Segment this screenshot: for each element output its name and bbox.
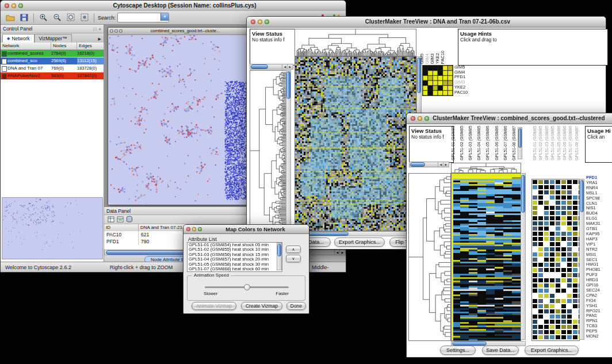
settings-button[interactable]: Settings... <box>440 346 476 355</box>
gene-label[interactable]: MON2 <box>586 334 612 339</box>
cytoscape-titlebar[interactable]: Cytoscape Desktop (Session Name: collins… <box>1 1 346 12</box>
col-nodes[interactable]: Nodes <box>51 43 77 49</box>
zoom-out-icon[interactable] <box>50 12 64 24</box>
treeview-combined-titlebar[interactable]: ClusterMaker TreeView : combined_scores_… <box>407 113 612 124</box>
column-label[interactable]: GIM4 <box>424 53 430 64</box>
network-view-titlebar[interactable]: combined_scores_good.txt--cluste... <box>108 28 250 35</box>
column-label[interactable]: GPL51-04 (GSM857 <box>477 126 481 160</box>
zoom-in-icon[interactable] <box>36 12 50 24</box>
float-panel-icon[interactable]: □ <box>93 26 96 32</box>
move-up-button[interactable]: ∧ <box>286 246 301 253</box>
minimize-button[interactable] <box>12 3 16 8</box>
row-dendrogram-canvas[interactable] <box>250 70 286 231</box>
close-button[interactable] <box>251 20 255 24</box>
select-attributes-icon[interactable] <box>108 214 114 225</box>
network-list-row[interactable]: combined_scores2764(0)16218(0) <box>1 50 104 58</box>
col-edges[interactable]: Edges <box>77 43 104 49</box>
zoom-button[interactable] <box>18 3 23 8</box>
zoom-button[interactable] <box>198 227 202 231</box>
minimize-button[interactable] <box>418 116 422 121</box>
tab-overflow-icon[interactable]: ▶ <box>98 37 104 43</box>
network-list-row[interactable]: RNAPuberNov2563(0)107847(0) <box>1 72 104 80</box>
column-label[interactable]: GPL51-01 (GSM854 <box>451 126 455 160</box>
search-combobox[interactable]: ▼ <box>117 13 169 22</box>
column-label[interactable]: YKE2 <box>435 53 440 64</box>
scroll-thumb[interactable] <box>518 128 522 148</box>
heatmap-vscrollbar[interactable] <box>521 173 526 340</box>
scroll-right-icon[interactable]: ▶ <box>339 250 345 255</box>
column-label[interactable]: GPL51-07 (GSM868 <box>503 126 507 160</box>
close-button[interactable] <box>5 3 9 8</box>
network-list-row[interactable]: combined_sco2569(6)13112(15) <box>1 58 104 65</box>
minimize-button[interactable] <box>258 20 262 24</box>
treeview-dna-titlebar[interactable]: ClusterMaker TreeView : DNA and Tran 07-… <box>247 17 606 28</box>
scroll-thumb[interactable] <box>251 64 268 69</box>
tab-network[interactable]: ◆ Network <box>2 34 35 43</box>
column-dendrogram-canvas[interactable] <box>451 163 521 173</box>
scroll-thumb[interactable] <box>410 162 425 167</box>
save-icon[interactable] <box>17 12 31 24</box>
column-label[interactable]: GPL51-02 (GSM855 <box>538 126 542 160</box>
column-label[interactable]: GPL51-05 (GSM865 <box>557 126 561 160</box>
zoom-selected-icon[interactable] <box>78 12 91 24</box>
network-graph-canvas[interactable] <box>108 35 248 204</box>
scroll-right-icon[interactable]: ▶ <box>287 64 293 69</box>
mini-hscrollbar[interactable]: ◀ ▶ <box>409 162 449 167</box>
column-label[interactable]: GPL51-01 (GSM854 <box>533 126 537 160</box>
column-label[interactable]: GPL51-08 (GSM87 <box>575 126 579 160</box>
col-network[interactable]: Network <box>1 43 51 49</box>
create-attribute-icon[interactable] <box>117 214 124 225</box>
scroll-thumb[interactable] <box>286 71 290 99</box>
zoom-button[interactable] <box>424 116 429 121</box>
column-label[interactable]: GPL51-05 (GSM865 <box>485 126 489 160</box>
network-list-row[interactable]: DNA and Tran 07769(0)183728(0) <box>1 65 104 72</box>
column-label[interactable]: PAC10 <box>440 51 445 64</box>
attribute-item[interactable]: GPL51-07 (GSM868) heat shock 60 min <box>188 267 282 271</box>
heatmap-canvas[interactable] <box>451 173 521 341</box>
minimize-button[interactable] <box>114 29 118 33</box>
scroll-thumb[interactable] <box>580 180 584 212</box>
top-vscrollbar[interactable] <box>518 127 522 159</box>
move-down-button[interactable]: ∨ <box>286 255 301 262</box>
minimize-button[interactable] <box>192 227 196 231</box>
search-dropdown-icon[interactable]: ▼ <box>160 13 169 21</box>
secondary-heatmap-canvas[interactable] <box>531 179 580 341</box>
scroll-thumb[interactable] <box>452 342 487 346</box>
dialog-titlebar[interactable]: Map Colors to Network <box>183 225 309 234</box>
column-label[interactable]: GPL51-06 (GSM866 <box>495 126 499 160</box>
create-vizmap-button[interactable]: Create Vizmap <box>241 302 282 310</box>
column-label[interactable]: GPL51-06 (GSM866 <box>563 126 567 160</box>
column-label[interactable]: GPL51-02 (GSM855 <box>460 126 464 160</box>
heatmap-canvas[interactable] <box>294 56 416 231</box>
export-graphics-button[interactable]: Export Graphics... <box>525 346 579 355</box>
scroll-right-icon[interactable]: ▶ <box>443 162 449 167</box>
column-dendrogram-canvas[interactable] <box>294 29 416 56</box>
dendrogram-vscrollbar[interactable] <box>286 70 291 230</box>
attribute-db-icon[interactable] <box>126 214 133 225</box>
close-button[interactable] <box>411 116 415 121</box>
save-data-button[interactable]: Save Data... <box>482 346 519 355</box>
list-vscrollbar[interactable] <box>277 243 282 270</box>
zoom-button[interactable] <box>119 29 123 33</box>
open-folder-icon[interactable] <box>3 12 17 24</box>
column-label[interactable]: GPL51-04 (GSM857 <box>550 126 554 160</box>
zoom-fit-icon[interactable] <box>64 12 78 24</box>
column-label[interactable]: GPL51-03 (GSM856 <box>468 126 472 160</box>
summary-label[interactable]: PAC10 <box>454 90 477 95</box>
close-panel-icon[interactable]: × <box>98 26 101 32</box>
row-dendrogram-canvas[interactable] <box>408 173 451 341</box>
done-button[interactable]: Done <box>286 302 306 310</box>
network-overview-canvas[interactable] <box>2 197 103 259</box>
column-label[interactable]: GPL51-07 (GSM868 <box>568 126 572 160</box>
speed-slider-thumb[interactable] <box>244 284 250 290</box>
col-id[interactable]: ID <box>104 224 139 231</box>
summary-heatmap-canvas[interactable] <box>422 65 453 96</box>
zoom-button[interactable] <box>265 20 269 24</box>
column-label[interactable]: GIM3 <box>430 53 435 64</box>
attribute-list[interactable]: GPL51-01 (GSM854) heat shock 05 minGPL51… <box>187 242 282 272</box>
close-button[interactable] <box>186 227 190 231</box>
scroll-thumb[interactable] <box>521 175 525 213</box>
heatmap-hscrollbar[interactable] <box>294 231 422 236</box>
column-label[interactable]: GPL51-08 (GSM87 <box>512 126 516 160</box>
mini-hscrollbar[interactable]: ◀ ▶ <box>250 64 293 70</box>
